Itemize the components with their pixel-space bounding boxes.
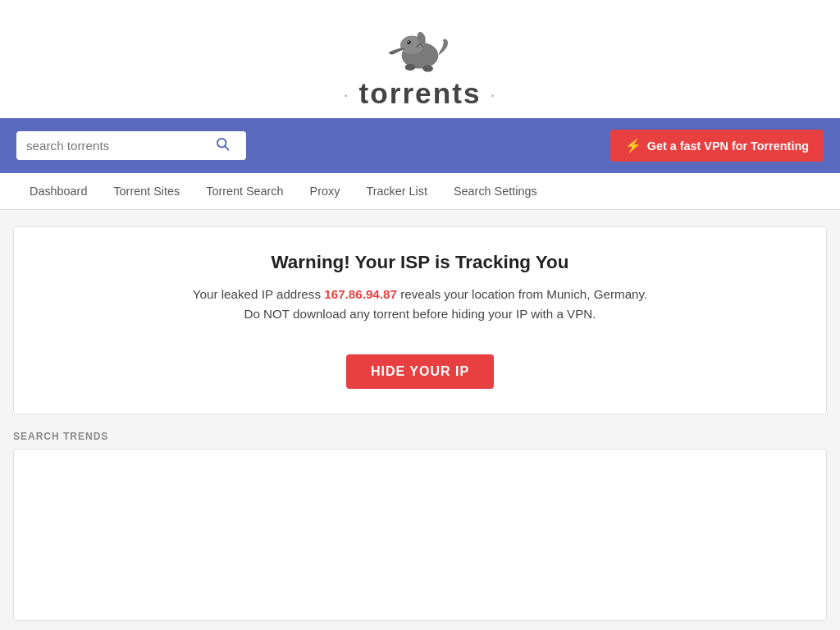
search-trends-box <box>13 449 827 621</box>
warning-line1-suffix: reveals your location from Munich, Germa… <box>400 287 647 301</box>
search-input[interactable] <box>26 139 215 153</box>
search-trends-section: SEARCH TRENDS <box>13 431 827 621</box>
nav-dashboard[interactable]: Dashboard <box>16 173 100 209</box>
warning-text: Your leaked IP address 167.86.94.87 reve… <box>30 285 810 325</box>
nav-torrent-search[interactable]: Torrent Search <box>193 173 296 209</box>
bolt-icon: ⚡ <box>625 138 641 153</box>
nav-search-settings[interactable]: Search Settings <box>441 173 550 209</box>
hide-ip-button[interactable]: HIDE YOUR IP <box>346 354 494 389</box>
logo: · torrents · <box>344 15 495 110</box>
svg-line-8 <box>225 146 228 149</box>
warning-line2: Do NOT download any torrent before hidin… <box>244 307 596 321</box>
svg-point-6 <box>422 66 433 72</box>
svg-point-3 <box>408 41 409 43</box>
logo-icon <box>387 15 453 80</box>
nav-tracker-list[interactable]: Tracker List <box>353 173 441 209</box>
search-button[interactable] <box>215 136 230 155</box>
search-bar: ⚡ Get a fast VPN for Torrenting <box>0 118 840 173</box>
search-icon <box>215 136 230 151</box>
logo-dot-right: · <box>491 89 495 103</box>
search-trends-label: SEARCH TRENDS <box>13 431 827 442</box>
header: · torrents · <box>0 0 840 118</box>
nav: Dashboard Torrent Sites Torrent Search P… <box>0 173 840 210</box>
vpn-button[interactable]: ⚡ Get a fast VPN for Torrenting <box>610 130 824 162</box>
nav-torrent-sites[interactable]: Torrent Sites <box>100 173 193 209</box>
warning-box: Warning! Your ISP is Tracking You Your l… <box>13 226 827 414</box>
logo-dot-left: · <box>344 89 349 103</box>
warning-title: Warning! Your ISP is Tracking You <box>30 252 810 273</box>
vpn-button-label: Get a fast VPN for Torrenting <box>647 139 809 153</box>
svg-point-5 <box>405 64 416 71</box>
logo-text: · torrents · <box>344 77 495 110</box>
nav-proxy[interactable]: Proxy <box>297 173 354 209</box>
search-input-wrap <box>16 131 246 160</box>
warning-line1-prefix: Your leaked IP address <box>193 287 321 301</box>
warning-ip: 167.86.94.87 <box>324 287 397 301</box>
svg-point-2 <box>407 40 411 44</box>
